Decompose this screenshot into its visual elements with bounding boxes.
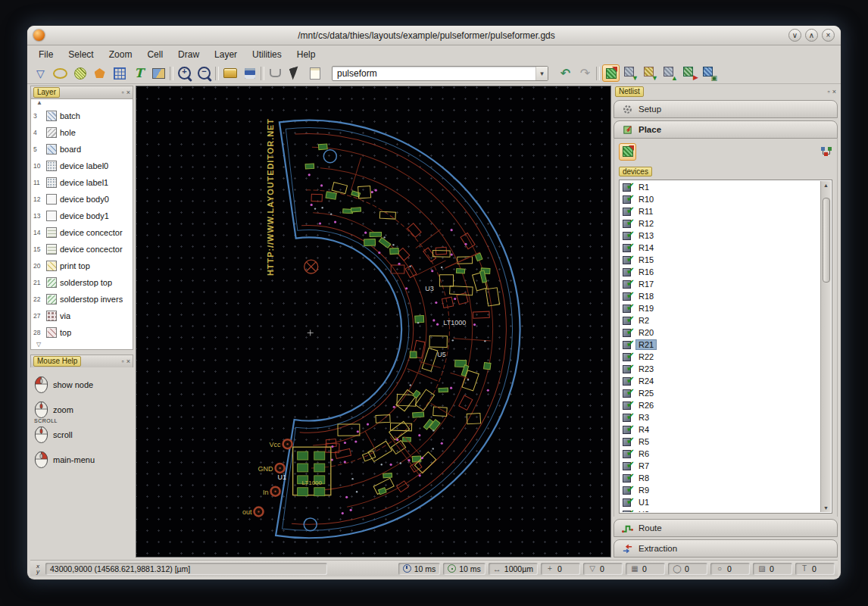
layer-row[interactable]: 28 top — [31, 324, 133, 341]
device-item[interactable]: R19 — [620, 302, 820, 314]
device-down-icon[interactable] — [622, 64, 639, 82]
layer-row[interactable]: 21 solderstop top — [31, 274, 133, 291]
device-item[interactable]: R15 — [620, 254, 820, 266]
layer-swatch-icon[interactable] — [46, 177, 57, 188]
layer-row[interactable]: 13 device body1 — [31, 208, 133, 224]
text-tool-icon[interactable] — [130, 64, 148, 82]
scrollbar-thumb[interactable] — [823, 198, 830, 283]
layer-row[interactable]: 22 solderstop invers — [31, 291, 133, 308]
layer-scroll-down[interactable]: ▽ — [31, 341, 133, 349]
layer-row[interactable]: 12 device body0 — [31, 191, 133, 208]
device-item[interactable]: R26 — [620, 399, 820, 411]
panel-close-icon[interactable]: × — [126, 89, 130, 96]
layer-swatch-icon[interactable] — [46, 327, 57, 338]
netlist-icon[interactable] — [820, 145, 832, 158]
menu-item[interactable]: Help — [290, 48, 323, 61]
layer-swatch-icon[interactable] — [46, 294, 57, 305]
device-item[interactable]: R21 — [620, 339, 820, 351]
toolbar-separator[interactable] — [170, 67, 173, 80]
redo-icon[interactable] — [576, 64, 594, 82]
toolbar-separator[interactable] — [596, 67, 600, 80]
clamp-tool-icon[interactable] — [267, 64, 284, 82]
menu-item[interactable]: Layer — [208, 48, 244, 61]
layer-swatch-icon[interactable] — [46, 211, 57, 221]
device-item[interactable]: R11 — [620, 205, 820, 217]
device-item[interactable]: R22 — [620, 351, 820, 363]
scroll-down-icon[interactable]: ▼ — [821, 505, 831, 511]
device-item[interactable]: R9 — [620, 484, 820, 496]
layer-swatch-icon[interactable] — [46, 144, 57, 155]
device-item[interactable]: R24 — [620, 375, 820, 387]
device-hatch-icon[interactable] — [681, 64, 698, 82]
layer-swatch-icon[interactable] — [46, 277, 57, 288]
menu-item[interactable]: Draw — [171, 48, 206, 61]
minimize-button[interactable]: ∨ — [788, 29, 801, 42]
layer-row[interactable]: 20 print top — [31, 258, 133, 274]
layer-row[interactable]: 3 batch — [31, 108, 133, 124]
all-angle-icon[interactable] — [32, 64, 49, 82]
maximize-button[interactable]: ∧ — [805, 29, 818, 42]
device-item[interactable]: R17 — [620, 278, 820, 290]
device-item[interactable]: R5 — [620, 436, 820, 448]
layer-row[interactable]: 4 hole — [31, 124, 133, 141]
layer-row[interactable]: 5 board — [31, 141, 133, 158]
device-item[interactable]: R8 — [620, 472, 820, 484]
netlist-panel-header[interactable]: Netlist ▫ × — [614, 86, 838, 98]
undo-icon[interactable] — [557, 64, 574, 82]
panel-float-icon[interactable]: ▫ — [122, 89, 124, 96]
device-item[interactable]: R1 — [620, 181, 820, 193]
array-tool-icon[interactable] — [111, 64, 128, 82]
device-item[interactable]: R2 — [620, 314, 820, 326]
panel-close-icon[interactable]: × — [832, 88, 836, 95]
device-item[interactable]: R7 — [620, 460, 820, 472]
netlist-tool-icon[interactable] — [701, 64, 718, 82]
titlebar[interactable]: /mnt/cs/data/thies/layouts/example/pulse… — [27, 26, 841, 45]
close-button[interactable]: × — [822, 29, 835, 42]
device-item[interactable]: R6 — [620, 448, 820, 460]
device-item[interactable]: R4 — [620, 423, 820, 436]
pointer-tool-icon[interactable] — [286, 64, 304, 82]
layer-swatch-icon[interactable] — [46, 311, 57, 321]
scroll-up-icon[interactable]: ▲ — [821, 183, 831, 188]
zoom-in-icon[interactable] — [176, 64, 193, 82]
netlist-section-setup[interactable]: Setup — [614, 100, 838, 118]
layer-row[interactable]: 27 via — [31, 308, 133, 324]
device-item[interactable]: R3 — [620, 411, 820, 423]
panel-float-icon[interactable]: ▫ — [828, 88, 830, 95]
panel-close-icon[interactable]: × — [126, 358, 130, 365]
netlist-section-place[interactable]: Place — [614, 120, 838, 139]
layer-row[interactable]: 11 device label1 — [31, 174, 133, 191]
layer-swatch-icon[interactable] — [46, 244, 57, 255]
mouse-help-header[interactable]: Mouse Help ▫ × — [30, 355, 133, 367]
device-item[interactable]: R10 — [620, 193, 820, 205]
device-item[interactable]: U1 — [620, 496, 820, 508]
device-item[interactable]: R14 — [620, 242, 820, 254]
panel-float-icon[interactable]: ▫ — [122, 358, 124, 365]
layer-swatch-icon[interactable] — [46, 194, 57, 205]
netlist-section-extraction[interactable]: Extraction — [614, 539, 838, 558]
device-item[interactable]: R13 — [620, 230, 820, 242]
device-up-icon[interactable] — [661, 64, 679, 82]
layer-swatch-icon[interactable] — [46, 261, 57, 271]
place-device-icon[interactable] — [602, 64, 620, 82]
device-pin-icon[interactable] — [642, 64, 659, 82]
layer-scroll-up[interactable]: ▲ — [31, 99, 133, 108]
menu-item[interactable]: Cell — [140, 48, 170, 61]
layer-panel-header[interactable]: Layer ▫ × — [30, 86, 133, 98]
device-item[interactable]: R12 — [620, 217, 820, 230]
toolbar-separator[interactable] — [215, 67, 219, 80]
zoom-out-icon[interactable] — [195, 64, 213, 82]
menu-item[interactable]: Utilities — [245, 48, 289, 61]
device-item[interactable]: R23 — [620, 363, 820, 375]
device-item[interactable]: R18 — [620, 290, 820, 302]
layer-row[interactable]: 10 device label0 — [31, 158, 133, 174]
ellipse-tool-icon[interactable] — [52, 64, 69, 82]
layout-canvas[interactable]: HTTP://WWW.LAYOUTEDITOR.NET U1 LT1000 LT… — [136, 86, 611, 558]
image-tool-icon[interactable] — [150, 64, 167, 82]
device-item[interactable]: R16 — [620, 266, 820, 278]
menu-item[interactable]: Zoom — [102, 48, 139, 61]
circle-tool-icon[interactable] — [71, 64, 89, 82]
layer-swatch-icon[interactable] — [46, 111, 57, 121]
menu-item[interactable]: Select — [61, 48, 100, 61]
layer-row[interactable]: 14 device concector — [31, 224, 133, 241]
